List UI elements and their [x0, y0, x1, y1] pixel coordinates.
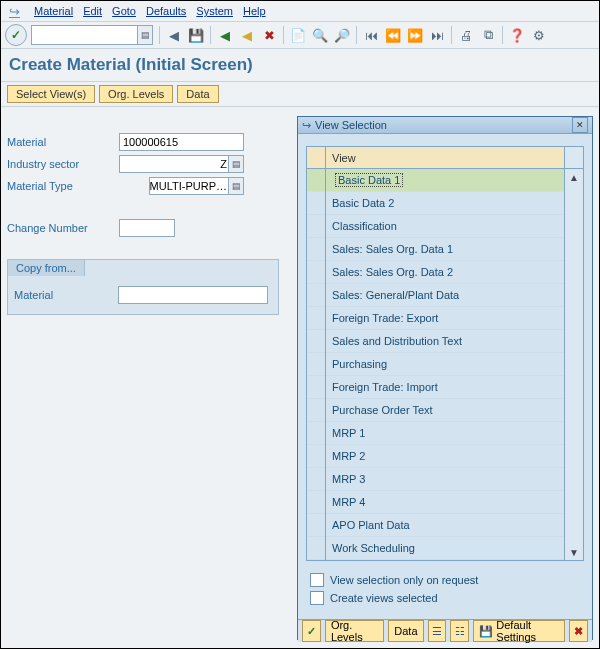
create-views-selected-checkbox[interactable]	[310, 591, 324, 605]
layout-icon[interactable]: ⚙	[529, 25, 549, 45]
view-row[interactable]: Sales: Sales Org. Data 1	[326, 238, 564, 261]
floppy-icon: 💾	[479, 625, 493, 638]
menu-system[interactable]: System	[192, 5, 237, 17]
exit-icon[interactable]: ◀	[237, 25, 257, 45]
view-row[interactable]: Sales: General/Plant Data	[326, 284, 564, 307]
view-row-selector[interactable]	[307, 399, 325, 422]
menu-help[interactable]: Help	[239, 5, 270, 17]
menu-edit[interactable]: Edit	[79, 5, 106, 17]
material-type-select[interactable]: MULTI-PURP… ▤	[149, 177, 244, 195]
popup-continue-button[interactable]: ✓	[302, 620, 321, 642]
view-row[interactable]: Purchase Order Text	[326, 399, 564, 422]
material-label: Material	[7, 136, 119, 148]
view-row[interactable]: Foreign Trade: Import	[326, 376, 564, 399]
material-field[interactable]: 100000615	[119, 133, 244, 151]
menu-material[interactable]: Material	[30, 5, 77, 17]
view-row-selector[interactable]	[307, 422, 325, 445]
command-history-icon[interactable]: ▤	[137, 26, 152, 44]
view-row[interactable]: Classification	[326, 215, 564, 238]
command-field[interactable]: ▤	[31, 25, 153, 45]
view-row[interactable]: Sales and Distribution Text	[326, 330, 564, 353]
view-row[interactable]: Sales: Sales Org. Data 2	[326, 261, 564, 284]
view-row[interactable]: APO Plant Data	[326, 514, 564, 537]
industry-sector-select[interactable]: Z ▤	[119, 155, 244, 173]
dropdown-icon[interactable]: ▤	[228, 178, 243, 194]
separator	[502, 26, 503, 44]
view-row-selector[interactable]	[307, 445, 325, 468]
separator	[356, 26, 357, 44]
separator	[451, 26, 452, 44]
view-row-selector[interactable]	[307, 376, 325, 399]
view-row-selector[interactable]	[307, 537, 325, 560]
org-levels-button[interactable]: Org. Levels	[99, 85, 173, 103]
view-selection-only-checkbox[interactable]	[310, 573, 324, 587]
separator	[283, 26, 284, 44]
copy-from-group: Copy from... Material	[7, 259, 279, 315]
help-icon[interactable]: ❓	[507, 25, 527, 45]
popup-default-settings-label: Default Settings	[496, 619, 559, 643]
data-button[interactable]: Data	[177, 85, 218, 103]
view-row-selector[interactable]	[307, 169, 325, 192]
industry-sector-label: Industry sector	[7, 158, 119, 170]
scroll-down-icon[interactable]: ▼	[565, 544, 583, 560]
back-icon[interactable]: ◀	[164, 25, 184, 45]
popup-deselect-all-button[interactable]: ☷	[450, 620, 469, 642]
first-page-icon[interactable]: ⏮	[361, 25, 381, 45]
last-page-icon[interactable]: ⏭	[427, 25, 447, 45]
view-row-selector[interactable]	[307, 330, 325, 353]
view-row[interactable]: Basic Data 2	[326, 192, 564, 215]
dropdown-icon[interactable]: ▤	[228, 156, 243, 172]
find-icon[interactable]: 🔍	[310, 25, 330, 45]
copy-from-tab: Copy from...	[7, 259, 85, 276]
enter-button[interactable]: ✓	[5, 24, 27, 46]
view-row-selector[interactable]	[307, 491, 325, 514]
view-row[interactable]: Basic Data 1	[326, 169, 564, 192]
change-number-field[interactable]	[119, 219, 175, 237]
view-row-selector[interactable]	[307, 238, 325, 261]
view-row-selector[interactable]	[307, 468, 325, 491]
popup-org-levels-button[interactable]: Org. Levels	[325, 620, 384, 642]
scroll-up-icon[interactable]: ▲	[565, 169, 583, 185]
menu-defaults[interactable]: Defaults	[142, 5, 190, 17]
change-number-label: Change Number	[7, 222, 119, 234]
print-icon[interactable]: 📄	[288, 25, 308, 45]
separator	[210, 26, 211, 44]
view-row-selector[interactable]	[307, 284, 325, 307]
system-toolbar: ✓ ▤ ◀ 💾 ◀ ◀ ✖ 📄 🔍 🔎 ⏮ ⏪ ⏩ ⏭ 🖨 ⧉ ❓ ⚙	[1, 22, 599, 49]
view-scrollbar[interactable]: ▲ ▼	[564, 147, 583, 560]
prev-page-icon[interactable]: ⏪	[383, 25, 403, 45]
popup-titlebar[interactable]: ↪ View Selection ✕	[298, 117, 592, 134]
view-row[interactable]: MRP 1	[326, 422, 564, 445]
view-row[interactable]: MRP 2	[326, 445, 564, 468]
industry-sector-value: Z	[220, 158, 227, 170]
view-row[interactable]: Purchasing	[326, 353, 564, 376]
view-row-selector[interactable]	[307, 192, 325, 215]
new-session-icon[interactable]: 🖨	[456, 25, 476, 45]
select-views-button[interactable]: Select View(s)	[7, 85, 95, 103]
view-row[interactable]: Foreign Trade: Export	[326, 307, 564, 330]
find-next-icon[interactable]: 🔎	[332, 25, 352, 45]
view-row-selector[interactable]	[307, 261, 325, 284]
material-type-value: MULTI-PURP…	[150, 180, 227, 192]
popup-data-button[interactable]: Data	[388, 620, 423, 642]
menu-goto[interactable]: Goto	[108, 5, 140, 17]
view-row[interactable]: MRP 3	[326, 468, 564, 491]
view-row-selector[interactable]	[307, 215, 325, 238]
view-column-header: View	[326, 147, 564, 169]
view-selection-popup: ↪ View Selection ✕ View Basic Data 1Basi…	[297, 116, 593, 640]
popup-default-settings-button[interactable]: 💾 Default Settings	[473, 620, 565, 642]
popup-close-button[interactable]: ✕	[572, 117, 588, 133]
popup-select-all-button[interactable]: ☰	[428, 620, 447, 642]
view-row[interactable]: Work Scheduling	[326, 537, 564, 560]
view-row[interactable]: MRP 4	[326, 491, 564, 514]
cancel-icon[interactable]: ✖	[259, 25, 279, 45]
next-page-icon[interactable]: ⏩	[405, 25, 425, 45]
view-row-selector[interactable]	[307, 307, 325, 330]
popup-cancel-button[interactable]: ✖	[569, 620, 588, 642]
save-icon[interactable]: 💾	[186, 25, 206, 45]
shortcut-icon[interactable]: ⧉	[478, 25, 498, 45]
copy-material-field[interactable]	[118, 286, 268, 304]
view-row-selector[interactable]	[307, 514, 325, 537]
view-row-selector[interactable]	[307, 353, 325, 376]
back-green-icon[interactable]: ◀	[215, 25, 235, 45]
